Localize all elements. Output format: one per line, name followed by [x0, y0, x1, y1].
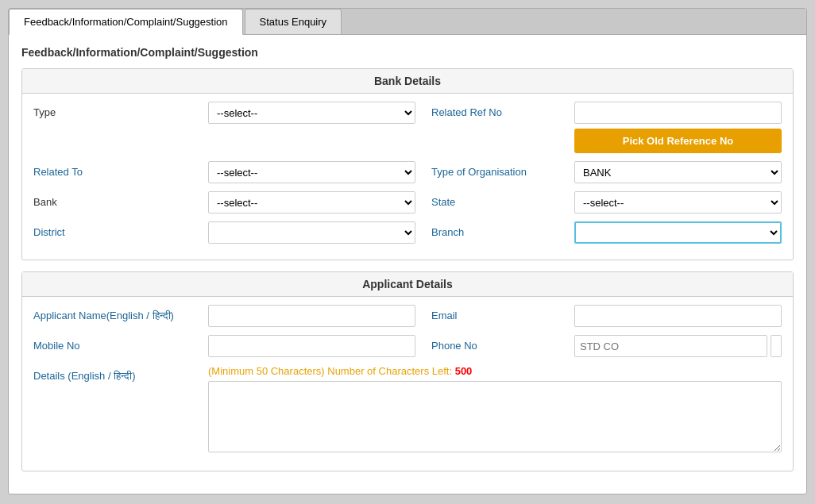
- district-label: District: [33, 221, 208, 238]
- related-to-select[interactable]: --select--: [208, 161, 415, 183]
- tab-status[interactable]: Status Enquiry: [245, 9, 342, 34]
- applicant-details-section: Applicant Details Applicant Name(English…: [21, 271, 794, 471]
- related-ref-input[interactable]: [574, 102, 782, 124]
- ref-group: Pick Old Reference No: [574, 102, 782, 153]
- bank-select[interactable]: --select--: [208, 191, 415, 214]
- relatedto-typeorg-row: Related To --select-- Type of Organisati…: [33, 161, 782, 183]
- related-ref-label: Related Ref No: [431, 102, 574, 118]
- tabs-bar: Feedback/Information/Complaint/Suggestio…: [9, 9, 806, 35]
- type-refno-row: Type --select-- Related Ref No Pick Old …: [33, 102, 782, 153]
- email-input-cell: [574, 305, 782, 327]
- phone-number-input[interactable]: [771, 335, 782, 357]
- phone-group: [574, 335, 782, 357]
- state-select[interactable]: --select--: [574, 191, 782, 214]
- mobile-input-cell: [208, 335, 431, 357]
- mobile-input[interactable]: [208, 335, 415, 357]
- char-info: (Minimum 50 Characters) Number of Charac…: [208, 365, 782, 377]
- related-to-label: Related To: [33, 161, 208, 178]
- mobile-phone-row: Mobile No Phone No: [33, 335, 782, 357]
- bank-label: Bank: [33, 191, 208, 208]
- details-textarea[interactable]: [208, 381, 782, 452]
- applicant-name-input-cell: [208, 305, 431, 327]
- email-label: Email: [431, 305, 574, 321]
- applicant-name-input[interactable]: [208, 305, 415, 327]
- state-input-cell: --select--: [574, 191, 782, 214]
- applicant-details-header: Applicant Details: [22, 272, 793, 297]
- details-label: Details (English / हिन्दी): [33, 365, 208, 383]
- applicant-details-body: Applicant Name(English / हिन्दी) Email M…: [22, 297, 793, 471]
- phone-input-cell: [574, 335, 782, 357]
- type-org-input-cell: BANK: [574, 161, 782, 183]
- phone-label: Phone No: [431, 335, 574, 352]
- district-input-cell: [208, 221, 431, 244]
- details-row: Details (English / हिन्दी) (Minimum 50 C…: [33, 365, 782, 455]
- name-email-row: Applicant Name(English / हिन्दी) Email: [33, 305, 782, 327]
- pick-old-reference-button[interactable]: Pick Old Reference No: [574, 129, 782, 153]
- mobile-label: Mobile No: [33, 335, 208, 352]
- related-to-input-cell: --select--: [208, 161, 431, 183]
- district-select[interactable]: [208, 221, 415, 244]
- std-code-input[interactable]: [574, 335, 767, 357]
- bank-details-body: Type --select-- Related Ref No Pick Old …: [22, 94, 793, 260]
- bank-details-header: Bank Details: [22, 69, 793, 94]
- details-input-cell: (Minimum 50 Characters) Number of Charac…: [208, 365, 782, 455]
- bank-input-cell: --select--: [208, 191, 431, 214]
- bank-state-row: Bank --select-- State --select--: [33, 191, 782, 214]
- branch-select[interactable]: [574, 221, 782, 244]
- related-ref-cell: Pick Old Reference No: [574, 102, 782, 153]
- tab-feedback[interactable]: Feedback/Information/Complaint/Suggestio…: [9, 9, 243, 35]
- form-content: Feedback/Information/Complaint/Suggestio…: [9, 35, 806, 494]
- type-label: Type: [33, 102, 208, 118]
- branch-label: Branch: [431, 221, 574, 238]
- email-input[interactable]: [574, 305, 782, 327]
- type-org-label: Type of Organisation: [431, 161, 574, 178]
- state-label: State: [431, 191, 574, 208]
- main-container: Feedback/Information/Complaint/Suggestio…: [8, 8, 807, 494]
- page-title: Feedback/Information/Complaint/Suggestio…: [21, 46, 794, 59]
- branch-input-cell: [574, 221, 782, 244]
- type-input-cell: --select--: [208, 102, 431, 124]
- district-branch-row: District Branch: [33, 221, 782, 244]
- char-count: 500: [455, 365, 473, 377]
- type-select[interactable]: --select--: [208, 102, 415, 124]
- applicant-name-label: Applicant Name(English / हिन्दी): [33, 305, 208, 322]
- bank-details-section: Bank Details Type --select-- Related Ref…: [21, 68, 794, 260]
- type-org-select[interactable]: BANK: [574, 161, 782, 183]
